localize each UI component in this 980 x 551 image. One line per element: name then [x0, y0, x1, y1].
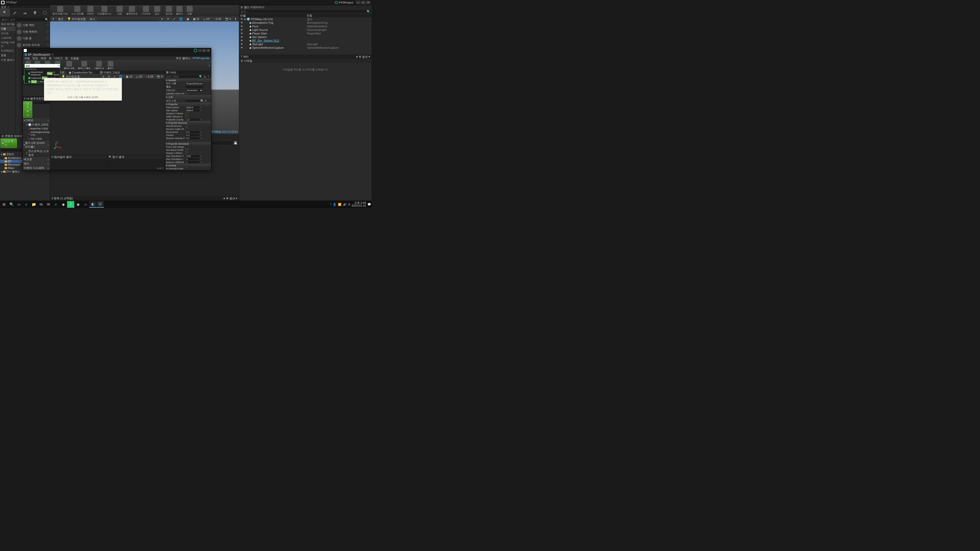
camera-speed[interactable]: 📷 4	[224, 17, 232, 21]
grid-snap[interactable]: ▦ 10	[191, 17, 201, 21]
outliner-row[interactable]: 👁◆ Light SourceDirectionalLight	[239, 28, 372, 32]
bp-close-button[interactable]: ✕	[207, 49, 210, 52]
matrix-icon[interactable]: ▦	[203, 75, 207, 78]
start-button[interactable]: ⊞	[0, 201, 8, 208]
rotate-tool-icon[interactable]: ⟳	[165, 17, 171, 21]
chrome-icon[interactable]: ◐	[89, 201, 97, 208]
app-icon[interactable]: ◉	[75, 201, 82, 208]
outliner-search[interactable]: 🔍	[239, 10, 371, 14]
outliner-row[interactable]: 👁◆ FloorStaticMeshActor	[239, 24, 372, 28]
category-item[interactable]: 시네마틱	[0, 36, 16, 40]
checkbox[interactable]	[186, 128, 188, 130]
toolbar-button[interactable]: 마켓플레이스	[96, 5, 113, 16]
view-options-button[interactable]: ● 뷰 옵션 ▾	[356, 55, 370, 59]
checkbox[interactable]: ✓	[186, 115, 188, 118]
parent-class-link[interactable]: FPSProjectile	[192, 57, 210, 60]
spinner-icon[interactable]: ⇅	[200, 131, 202, 133]
numeric-input[interactable]	[186, 158, 200, 161]
col-type[interactable]: 유형	[307, 14, 371, 17]
menu-item[interactable]: 뷰	[49, 56, 52, 60]
mail-icon[interactable]: ✉	[45, 201, 52, 208]
surface-snap[interactable]: ▦	[185, 17, 191, 21]
expand-icon[interactable]: ▾	[165, 140, 211, 142]
category-item[interactable]: 지오메트리	[0, 48, 16, 53]
property-category[interactable]: ▾ Projectile Bounces	[165, 121, 211, 124]
geometry-mode-icon[interactable]	[40, 9, 50, 17]
bp-tab[interactable]: 📘 BP_NewBlueprint	[23, 53, 55, 56]
outliner-row[interactable]: 👁◆ Sky Sphere	[239, 35, 372, 39]
save-icon[interactable]: 💾	[234, 141, 237, 144]
numeric-input[interactable]	[186, 130, 200, 134]
outliner-row[interactable]: 👁▾ 🌍 FPSMap (에디터)월드	[239, 17, 372, 21]
mybp-add-new-button[interactable]: + 신규 추가 ▾	[23, 101, 32, 118]
clear-icon[interactable]: ✕	[58, 65, 60, 67]
view-options-button[interactable]: ● 뷰 옵션 ▾	[223, 197, 237, 200]
volume-icon[interactable]: 🔊	[343, 203, 347, 206]
spinner-icon[interactable]: ⇅	[200, 158, 202, 160]
details-search[interactable]: 🔍▦👁	[165, 75, 211, 78]
numeric-input[interactable]	[186, 118, 200, 121]
viewport-menu-button[interactable]: ▾	[51, 17, 56, 21]
placeable-item[interactable]: 기본 폰ⓘ	[16, 35, 50, 42]
modes-search-input[interactable]	[0, 18, 44, 21]
property-category[interactable]: ▾ Projectile Simulation	[165, 142, 211, 145]
scale-snap[interactable]: ▫ 0.25	[145, 75, 154, 78]
menu-item[interactable]: 디버그	[54, 56, 62, 60]
menu-item[interactable]: 편집	[32, 56, 38, 60]
spinner-icon[interactable]: ⇅	[200, 161, 202, 163]
spinner-icon[interactable]: ⇅	[200, 119, 202, 121]
numeric-input[interactable]	[186, 161, 200, 164]
angle-snap[interactable]: △ 10°	[135, 75, 144, 79]
menu-item[interactable]: 파일	[24, 56, 30, 60]
category-item[interactable]: 최근 배치됨	[0, 22, 16, 27]
checkbox[interactable]: ✓	[186, 125, 188, 127]
clear-icon[interactable]: ✕	[204, 99, 207, 103]
toolbar-button[interactable]: 세팅	[115, 5, 124, 16]
taskview-icon[interactable]: ▭	[15, 201, 22, 208]
ime-icon[interactable]: A	[348, 203, 350, 206]
search-icon[interactable]: 🔍	[8, 201, 15, 208]
event-node[interactable]: ◆ Tick 이벤트	[23, 137, 50, 141]
functions-category[interactable]: ▾ 함수 (18 오버라이더블)+	[23, 141, 50, 149]
app-icon[interactable]: ◆	[60, 201, 67, 208]
construction-script-node[interactable]: ƒ 컨스트럭션 스크립트	[23, 149, 50, 157]
toolbar-button[interactable]: 실행	[185, 5, 194, 16]
category-item[interactable]: 라이트	[0, 31, 16, 36]
ie-icon[interactable]: e	[52, 201, 59, 208]
menu-item[interactable]: 창	[65, 56, 68, 60]
minimize-button[interactable]: –	[356, 1, 360, 4]
checkbox[interactable]: ✓	[186, 112, 188, 115]
network-icon[interactable]: 📶	[338, 203, 342, 206]
numeric-input[interactable]	[186, 137, 200, 140]
graph-tab[interactable]: ▦ 이벤트그래프	[98, 71, 123, 74]
angle-snap[interactable]: △ 10°	[202, 17, 212, 21]
menu-item[interactable]: 에셋	[41, 56, 46, 60]
checkbox[interactable]: ✓	[186, 92, 188, 95]
toolbar-button[interactable]: 시네마틱	[140, 5, 152, 16]
toolbar-button[interactable]: 블루프린트	[125, 5, 139, 16]
spinner-icon[interactable]: ⇅	[200, 155, 202, 157]
find-results-tab[interactable]: 🔍 찾기 결과	[108, 155, 165, 159]
dropdown-search-input[interactable]	[25, 65, 58, 67]
text-input[interactable]	[186, 100, 200, 103]
numeric-input[interactable]	[186, 109, 200, 112]
viewport-lit[interactable]: 💡 라이팅포함	[66, 17, 87, 21]
macros-category[interactable]: 매크로+	[23, 157, 50, 162]
outliner-row[interactable]: 👁◆ BP_Sky_Sphere 편집	[239, 39, 372, 42]
spinner-icon[interactable]: ⇅	[200, 137, 202, 139]
toolbar-button[interactable]: 빌드	[153, 5, 162, 16]
landscape-mode-icon[interactable]	[20, 9, 30, 17]
close-button[interactable]: ✕	[366, 1, 371, 4]
checkbox[interactable]: ✓	[186, 152, 188, 154]
checkbox[interactable]: ✓	[186, 149, 188, 151]
checkbox[interactable]	[186, 167, 188, 170]
viewport-perspective[interactable]: 원근	[56, 17, 65, 21]
toolbar-button[interactable]: 현재 레벨 저장	[51, 5, 69, 16]
property-category[interactable]: ▾ Projectile	[165, 103, 211, 106]
people-icon[interactable]: 👤	[333, 203, 336, 206]
numeric-input[interactable]	[186, 134, 200, 137]
event-node[interactable]: ◆ BeginPlay 이벤트	[23, 127, 50, 130]
graphs-category[interactable]: ▾ 그래프+	[23, 118, 50, 122]
foliage-mode-icon[interactable]	[30, 9, 40, 17]
clear-button[interactable]: 비우기	[157, 167, 164, 170]
